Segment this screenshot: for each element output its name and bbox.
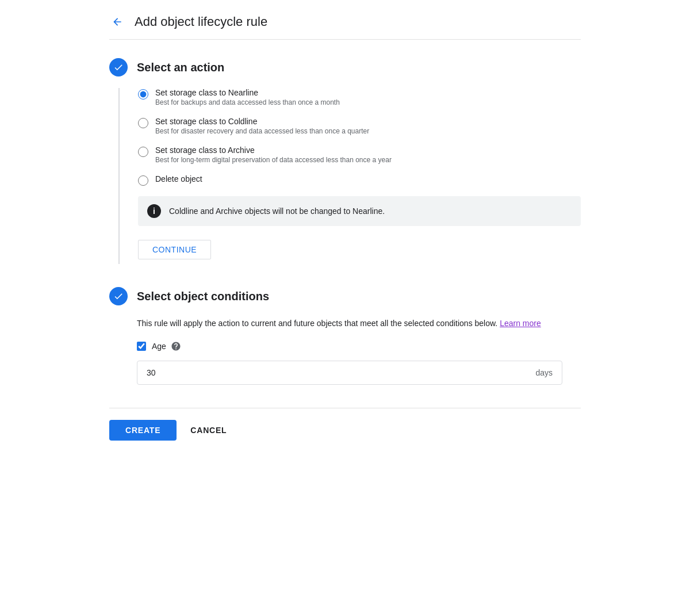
radio-label-sub-archive: Best for long-term digital preservation … — [155, 156, 392, 164]
svg-text:i: i — [153, 206, 155, 216]
age-label[interactable]: Age — [152, 342, 166, 351]
age-help-icon[interactable] — [171, 341, 181, 351]
section-action-content: Set storage class to NearlineBest for ba… — [118, 88, 581, 264]
section-action: Select an action Set storage class to Ne… — [109, 58, 581, 264]
section-conditions-header: Select object conditions — [109, 287, 581, 305]
radio-nearline[interactable] — [138, 89, 148, 100]
back-button[interactable] — [109, 14, 125, 30]
days-input-container: days — [118, 361, 581, 385]
radio-label-sub-nearline: Best for backups and data accessed less … — [155, 98, 340, 106]
radio-label-main-coldline: Set storage class to Coldline — [155, 117, 369, 126]
radio-delete[interactable] — [138, 175, 148, 186]
section-action-header: Select an action — [109, 58, 581, 76]
days-suffix: days — [535, 368, 553, 377]
radio-label-main-delete: Delete object — [155, 174, 202, 183]
age-checkbox-row: Age — [118, 341, 581, 351]
section-conditions-title: Select object conditions — [137, 290, 269, 303]
learn-more-link[interactable]: Learn more — [500, 319, 541, 328]
continue-button[interactable]: CONTINUE — [138, 240, 211, 259]
page-title: Add object lifecycle rule — [135, 14, 267, 29]
page-container: Add object lifecycle rule Select an acti… — [86, 0, 604, 452]
radio-option-archive[interactable]: Set storage class to ArchiveBest for lon… — [138, 146, 581, 164]
radio-options-list: Set storage class to NearlineBest for ba… — [138, 88, 581, 186]
create-button[interactable]: CREATE — [109, 420, 177, 441]
section-conditions: Select object conditions This rule will … — [109, 287, 581, 385]
radio-archive[interactable] — [138, 147, 148, 157]
section-action-title: Select an action — [137, 61, 224, 74]
section-conditions-check-icon — [109, 287, 128, 305]
radio-option-delete[interactable]: Delete object — [138, 174, 581, 186]
radio-label-sub-coldline: Best for disaster recovery and data acce… — [155, 127, 369, 135]
days-input[interactable] — [147, 368, 531, 377]
footer: CREATE CANCEL — [109, 408, 581, 452]
radio-label-main-archive: Set storage class to Archive — [155, 146, 392, 155]
days-input-wrapper: days — [137, 361, 562, 385]
conditions-description: This rule will apply the action to curre… — [118, 317, 581, 330]
radio-option-nearline[interactable]: Set storage class to NearlineBest for ba… — [138, 88, 581, 106]
page-header: Add object lifecycle rule — [109, 0, 581, 40]
cancel-button[interactable]: CANCEL — [186, 420, 231, 441]
section-action-check-icon — [109, 58, 128, 76]
radio-option-coldline[interactable]: Set storage class to ColdlineBest for di… — [138, 117, 581, 135]
radio-label-main-nearline: Set storage class to Nearline — [155, 88, 340, 97]
age-checkbox[interactable] — [137, 342, 146, 351]
info-icon: i — [147, 204, 161, 218]
info-box: i Coldline and Archive objects will not … — [138, 196, 581, 226]
radio-coldline[interactable] — [138, 118, 148, 128]
info-text: Coldline and Archive objects will not be… — [169, 206, 385, 216]
